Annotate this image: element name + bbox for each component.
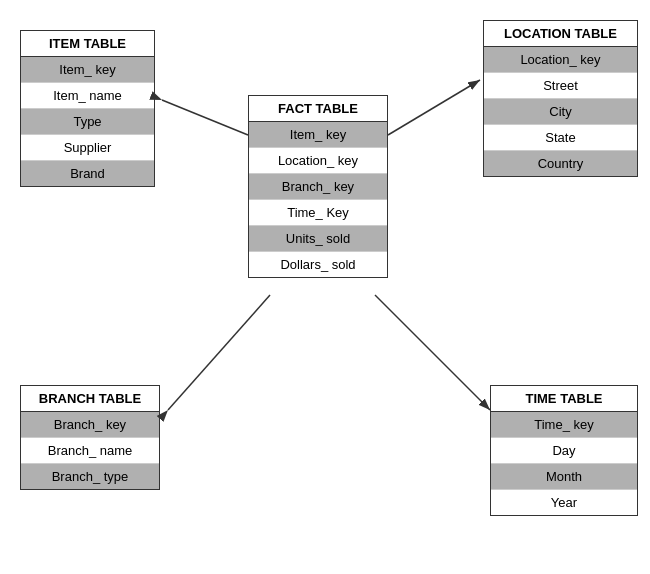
item-row-3: Type	[21, 109, 154, 135]
time-row-3: Month	[491, 464, 637, 490]
fact-row-4: Time_ Key	[249, 200, 387, 226]
time-row-1: Time_ key	[491, 412, 637, 438]
item-table: ITEM TABLE Item_ key Item_ name Type Sup…	[20, 30, 155, 187]
arrow-fact-branch	[168, 295, 270, 410]
item-table-title: ITEM TABLE	[21, 31, 154, 57]
item-row-1: Item_ key	[21, 57, 154, 83]
branch-table-title: BRANCH TABLE	[21, 386, 159, 412]
item-row-5: Brand	[21, 161, 154, 186]
fact-table: FACT TABLE Item_ key Location_ key Branc…	[248, 95, 388, 278]
arrow-fact-time	[375, 295, 490, 410]
time-row-4: Year	[491, 490, 637, 515]
location-row-5: Country	[484, 151, 637, 176]
location-row-2: Street	[484, 73, 637, 99]
branch-row-2: Branch_ name	[21, 438, 159, 464]
branch-table: BRANCH TABLE Branch_ key Branch_ name Br…	[20, 385, 160, 490]
fact-row-6: Dollars_ sold	[249, 252, 387, 277]
arrow-fact-item	[162, 100, 248, 135]
fact-row-2: Location_ key	[249, 148, 387, 174]
fact-row-5: Units_ sold	[249, 226, 387, 252]
time-table-title: TIME TABLE	[491, 386, 637, 412]
fact-row-3: Branch_ key	[249, 174, 387, 200]
time-row-2: Day	[491, 438, 637, 464]
location-row-3: City	[484, 99, 637, 125]
location-row-1: Location_ key	[484, 47, 637, 73]
location-row-4: State	[484, 125, 637, 151]
fact-table-title: FACT TABLE	[249, 96, 387, 122]
item-row-4: Supplier	[21, 135, 154, 161]
fact-row-1: Item_ key	[249, 122, 387, 148]
branch-row-3: Branch_ type	[21, 464, 159, 489]
arrow-fact-location	[388, 80, 480, 135]
item-row-2: Item_ name	[21, 83, 154, 109]
branch-row-1: Branch_ key	[21, 412, 159, 438]
location-table-title: LOCATION TABLE	[484, 21, 637, 47]
time-table: TIME TABLE Time_ key Day Month Year	[490, 385, 638, 516]
location-table: LOCATION TABLE Location_ key Street City…	[483, 20, 638, 177]
